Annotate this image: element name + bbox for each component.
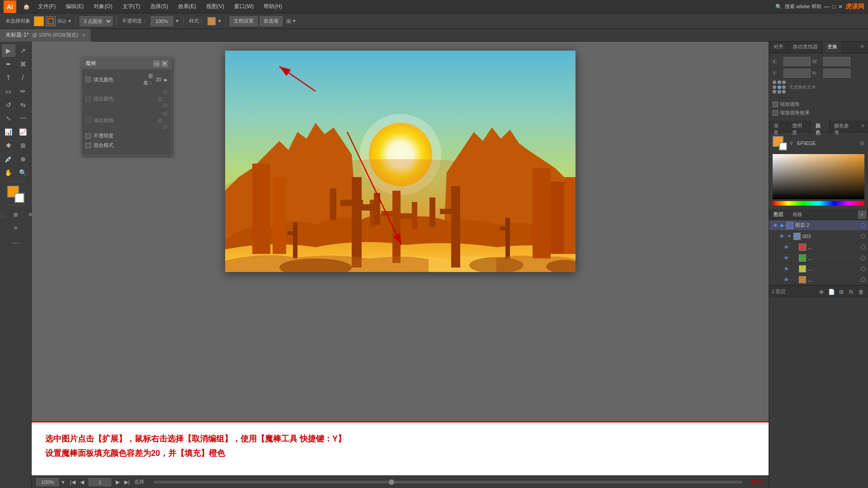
menu-edit[interactable]: 编辑(E) [61, 1, 88, 12]
nav-next[interactable]: ▶ [116, 479, 120, 485]
eyedropper-tool[interactable]: 💉 [2, 153, 15, 165]
search-icon[interactable]: 🔍 [775, 4, 782, 10]
magic-wand-titlebar[interactable]: 魔棒 — ✕ [82, 58, 171, 69]
layer-mask-btn[interactable]: ⊞ [837, 288, 845, 296]
bar-graph-tool[interactable]: 📈 [16, 126, 30, 138]
home-button[interactable]: 🏠 [20, 0, 33, 13]
layer-eye-layer2[interactable]: 👁 [772, 223, 779, 228]
rect-tool[interactable]: ▭ [2, 85, 15, 98]
nav-last[interactable]: ▶| [124, 479, 130, 485]
transform-w-input[interactable] [823, 57, 850, 66]
style-swatch[interactable] [208, 17, 216, 25]
layer-locate-btn[interactable]: ⊕ [817, 288, 826, 296]
arrange-icon[interactable]: ⊞ [286, 18, 291, 24]
layers-tab-artboards[interactable]: 画板 [788, 209, 807, 220]
progress-thumb[interactable] [389, 479, 394, 485]
preferences-button[interactable]: 首选项 [259, 16, 283, 26]
tab-transform[interactable]: 变换 [823, 42, 842, 53]
panel-close-btn[interactable]: ✕ [856, 42, 868, 53]
menu-select[interactable]: 选择(S) [146, 1, 173, 12]
direct-select-tool[interactable]: ↗ [16, 44, 30, 57]
bg-color-swatch[interactable] [779, 142, 787, 150]
freeform-tool[interactable]: ⌘ [16, 58, 30, 70]
zoom-arrow[interactable]: ▼ [61, 479, 66, 485]
transform-h-input[interactable] [823, 69, 850, 78]
tab-transparency[interactable]: 透明度 [788, 121, 811, 132]
menu-view[interactable]: 视图(V) [202, 1, 229, 12]
layer-new-btn[interactable]: 📄 [827, 288, 835, 296]
column-graph-tool[interactable]: 📊 [2, 126, 15, 138]
zoom-tool[interactable]: 🔍 [16, 166, 30, 179]
mw-blend-checkbox[interactable] [85, 143, 91, 148]
page-input[interactable] [89, 478, 111, 486]
symbol-tool[interactable]: ✱ [2, 139, 15, 152]
pen-tool[interactable]: ✒ [2, 58, 15, 70]
layer-eye-green[interactable]: 👁 [783, 255, 790, 261]
menu-help[interactable]: 帮助(H) [259, 1, 287, 12]
color-swatches[interactable] [7, 186, 24, 203]
close-button[interactable]: ✕ [838, 4, 843, 10]
layer-eye-yellow[interactable]: 👁 [783, 266, 790, 272]
maximize-button[interactable]: □ [832, 4, 835, 10]
transform-x-input[interactable] [783, 57, 811, 66]
brush-size-select[interactable]: 3 点圆形 [80, 16, 113, 26]
tab-align[interactable]: 对齐 [769, 42, 788, 53]
layer-item-red[interactable]: 👁 ... [769, 242, 868, 253]
menu-object[interactable]: 对象(O) [89, 1, 117, 12]
background-swatch[interactable] [14, 193, 24, 203]
layer-item-003[interactable]: 👁 ▼ 003 [769, 231, 868, 242]
scale-effects-checkbox[interactable] [773, 110, 778, 116]
stroke-icon[interactable] [46, 16, 56, 26]
slice-tool[interactable]: ⊞ [16, 139, 30, 152]
fill-color-swatch[interactable] [34, 16, 44, 26]
layers-tab-layers[interactable]: 图层 [769, 209, 788, 220]
warp-tool[interactable]: 〰 [16, 112, 30, 125]
transform-y-input[interactable] [783, 69, 811, 78]
line-tool[interactable]: / [16, 71, 30, 84]
color-mode-btn[interactable]: ⬛ [0, 208, 8, 221]
layer-item-green[interactable]: 👁 ... [769, 253, 868, 263]
mirror-tool[interactable]: ⇆ [16, 99, 30, 111]
mw-stroke-checkbox[interactable] [85, 96, 91, 101]
doc-settings-button[interactable]: 文档设置 [230, 16, 258, 26]
mw-strokew-checkbox[interactable] [85, 117, 91, 123]
text-tool[interactable]: T [2, 71, 15, 84]
brush-tool[interactable]: ✏ [16, 85, 30, 98]
rotate-tool[interactable]: ↺ [2, 99, 15, 111]
mw-opacity-checkbox[interactable] [85, 133, 91, 139]
mw-fill-checkbox[interactable]: ✓ [85, 77, 91, 82]
select-tool[interactable]: ▶ [2, 44, 15, 57]
magic-wand-close[interactable]: ✕ [161, 61, 168, 67]
tab-gradient[interactable]: 渐变 [769, 121, 788, 132]
layer-eye-orange[interactable]: 👁 [783, 277, 790, 282]
gradient-btn[interactable]: ▧ [9, 208, 23, 221]
zoom-input[interactable] [36, 478, 59, 486]
opacity-input[interactable] [151, 16, 173, 26]
hand-tool[interactable]: ✋ [2, 166, 15, 179]
layer-eye-003[interactable]: 👁 [778, 234, 785, 239]
menu-effect[interactable]: 效果(E) [174, 1, 201, 12]
magic-wand-minimize[interactable]: — [153, 61, 160, 67]
scale-stroke-checkbox[interactable] [773, 102, 778, 107]
color-panel-options[interactable]: ⚙ [860, 141, 864, 146]
tab-color-ref[interactable]: 颜色参考 [830, 121, 858, 132]
layers-action-1[interactable]: ≡ [858, 211, 866, 219]
blend-tool[interactable]: ⊕ [16, 153, 30, 165]
screen-normal[interactable]: ⊞ [9, 221, 23, 234]
layer-item-yellow[interactable]: 👁 ... [769, 263, 868, 274]
doc-tab-close[interactable]: ✕ [82, 33, 85, 38]
layer-expand-layer2[interactable]: ▶ [781, 223, 784, 228]
tab-color[interactable]: 颜色 [811, 121, 830, 132]
layer-eye-red[interactable]: 👁 [783, 244, 790, 250]
color-spectrum[interactable] [773, 154, 864, 199]
nav-first[interactable]: |◀ [70, 479, 75, 485]
progress-bar[interactable] [153, 481, 742, 483]
layer-effect-btn[interactable]: fx [847, 288, 855, 296]
tab-pathfinder[interactable]: 路径查找器 [788, 42, 823, 53]
scale-tool[interactable]: ⤡ [2, 112, 15, 125]
hue-slider[interactable] [773, 201, 864, 206]
mode-selector[interactable]: 插边 ▼ [57, 18, 72, 24]
minimize-button[interactable]: — [824, 4, 830, 10]
color-panel-close[interactable]: ≡ [858, 121, 868, 132]
mw-fill-arrow[interactable]: ▶ [164, 77, 168, 82]
